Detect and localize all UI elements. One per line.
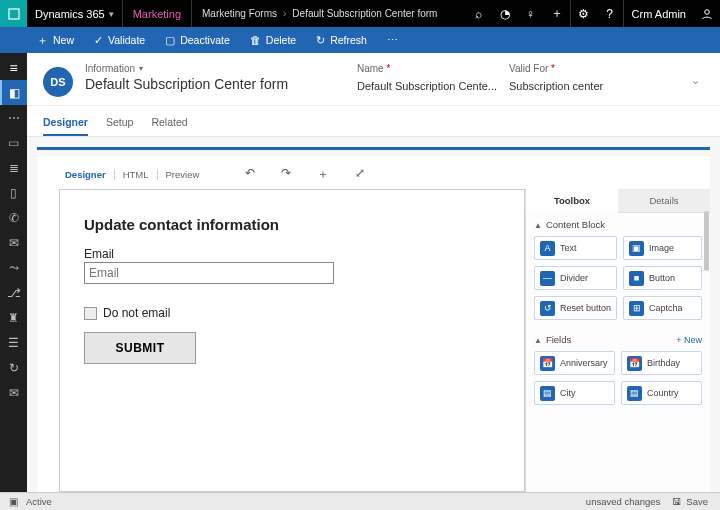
nav-item[interactable]: ⤳	[0, 255, 27, 280]
app-launcher-tile[interactable]	[0, 0, 27, 27]
field-value-validfor[interactable]: Subscription center	[509, 80, 639, 92]
deactivate-button[interactable]: ▢Deactivate	[155, 27, 240, 53]
check-icon: ✓	[94, 34, 103, 47]
tool-button[interactable]: ■Button	[623, 266, 702, 290]
save-icon: 🖫	[672, 496, 682, 507]
nav-item[interactable]: ♜	[0, 305, 27, 330]
nav-item[interactable]: ✆	[0, 205, 27, 230]
subtab-preview[interactable]: Preview	[160, 167, 206, 182]
breadcrumb-item[interactable]: Marketing Forms	[202, 8, 277, 19]
status-text: Active	[20, 496, 58, 507]
add-element-icon[interactable]: ＋	[317, 166, 329, 183]
gear-icon[interactable]: ⚙	[571, 0, 597, 27]
subtab-divider	[157, 169, 158, 180]
tool-icon: ↺	[540, 301, 555, 316]
tool-label: Button	[649, 273, 675, 283]
tab-setup[interactable]: Setup	[106, 112, 133, 136]
checkbox-label: Do not email	[103, 306, 170, 320]
nav-item-more[interactable]: ⋯	[0, 105, 27, 130]
tool-label: Captcha	[649, 303, 683, 313]
subtab-divider	[114, 169, 115, 180]
breadcrumb-separator: ›	[283, 8, 286, 19]
light-icon[interactable]: ♀	[518, 0, 544, 27]
deactivate-icon: ▢	[165, 34, 175, 47]
tab-related[interactable]: Related	[151, 112, 187, 136]
refresh-button[interactable]: ↻Refresh	[306, 27, 377, 53]
undo-icon[interactable]: ↶	[245, 166, 255, 183]
do-not-email-checkbox[interactable]: Do not email	[84, 306, 500, 320]
field-anniversary[interactable]: 📅Anniversary	[534, 351, 615, 375]
add-new-field[interactable]: + New	[676, 335, 702, 345]
add-icon[interactable]: ＋	[544, 0, 570, 27]
trash-icon: 🗑	[250, 34, 261, 46]
breadcrumb: Marketing Forms › Default Subscription C…	[192, 8, 447, 19]
breadcrumb-item[interactable]: Default Subscription Center form	[292, 8, 437, 19]
subtab-designer[interactable]: Designer	[59, 167, 112, 182]
field-label-validfor: Valid For *	[509, 63, 639, 74]
nav-item[interactable]: ☰	[0, 330, 27, 355]
validate-button[interactable]: ✓Validate	[84, 27, 155, 53]
email-field[interactable]	[84, 262, 334, 284]
tool-label: Divider	[560, 273, 588, 283]
nav-item[interactable]: ↻	[0, 355, 27, 380]
field-value-name[interactable]: Default Subscription Cente...	[357, 80, 497, 92]
save-button[interactable]: 🖫Save	[666, 496, 714, 507]
tool-divider[interactable]: —Divider	[534, 266, 617, 290]
tool-icon: ▣	[629, 241, 644, 256]
nav-item[interactable]: ▯	[0, 180, 27, 205]
submit-button[interactable]: SUBMIT	[84, 332, 196, 364]
panel-tab-toolbox[interactable]: Toolbox	[526, 189, 618, 213]
nav-item[interactable]: ≣	[0, 155, 27, 180]
panel-tab-details[interactable]: Details	[618, 189, 710, 213]
subtab-html[interactable]: HTML	[117, 167, 155, 182]
fullscreen-icon[interactable]: ⤢	[355, 166, 365, 183]
nav-menu-icon[interactable]: ≡	[0, 55, 27, 80]
brand-dropdown[interactable]: Dynamics 365 ▾	[27, 8, 122, 20]
svg-point-1	[705, 9, 710, 14]
nav-item[interactable]: ⎇	[0, 280, 27, 305]
task-icon[interactable]: ◔	[492, 0, 518, 27]
chevron-down-icon: ▾	[109, 9, 114, 19]
redo-icon[interactable]: ↷	[281, 166, 291, 183]
tool-icon: 📅	[540, 356, 555, 371]
tool-text[interactable]: AText	[534, 236, 617, 260]
nav-item[interactable]: ✉	[0, 380, 27, 405]
search-icon[interactable]: ⌕	[466, 0, 492, 27]
delete-button[interactable]: 🗑Delete	[240, 27, 306, 53]
status-icon[interactable]: ▣	[6, 496, 20, 507]
section-fields[interactable]: ▲Fields + New	[526, 328, 710, 347]
brand-label: Dynamics 365	[35, 8, 105, 20]
tab-designer[interactable]: Designer	[43, 112, 88, 136]
nav-item[interactable]: ◧	[0, 80, 27, 105]
tool-label: Image	[649, 243, 674, 253]
field-birthday[interactable]: 📅Birthday	[621, 351, 702, 375]
form-type-dropdown[interactable]: Information ▾	[85, 63, 345, 74]
new-button[interactable]: ＋New	[27, 27, 84, 53]
unsaved-indicator: unsaved changes	[580, 496, 666, 507]
tool-image[interactable]: ▣Image	[623, 236, 702, 260]
tool-icon: ■	[629, 271, 644, 286]
field-label-name: Name *	[357, 63, 497, 74]
tool-captcha[interactable]: ⊞Captcha	[623, 296, 702, 320]
scrollbar-thumb[interactable]	[704, 211, 709, 271]
design-canvas[interactable]: Update contact information Email Do not …	[59, 189, 525, 492]
more-commands[interactable]: ⋯	[377, 34, 410, 46]
refresh-icon: ↻	[316, 34, 325, 47]
nav-item[interactable]: ▭	[0, 130, 27, 155]
expand-header-icon[interactable]: ⌄	[687, 70, 704, 91]
tool-label: Text	[560, 243, 577, 253]
nav-item[interactable]: ✉	[0, 230, 27, 255]
field-city[interactable]: ▤City	[534, 381, 615, 405]
user-name[interactable]: Crm Admin	[624, 8, 694, 20]
checkbox-icon	[84, 307, 97, 320]
help-icon[interactable]: ?	[597, 0, 623, 27]
tool-icon: 📅	[627, 356, 642, 371]
app-name[interactable]: Marketing	[123, 8, 191, 20]
section-content-block[interactable]: ▲Content Block	[526, 213, 710, 232]
tool-icon: ▤	[540, 386, 555, 401]
plus-icon: ＋	[37, 33, 48, 48]
avatar-icon[interactable]	[694, 0, 720, 27]
tool-reset-button[interactable]: ↺Reset button	[534, 296, 617, 320]
caret-down-icon: ▲	[534, 221, 542, 230]
field-country[interactable]: ▤Country	[621, 381, 702, 405]
